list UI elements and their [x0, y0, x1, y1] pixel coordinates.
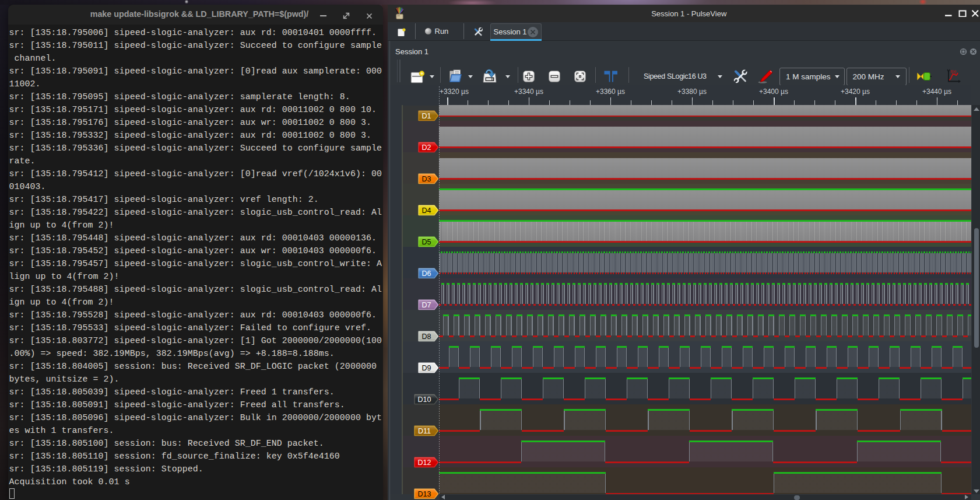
svg-text:D6: D6 [421, 270, 431, 278]
svg-text:D3: D3 [421, 175, 431, 183]
svg-text:D9: D9 [421, 364, 431, 372]
svg-text:D1: D1 [421, 112, 431, 120]
svg-text:D4: D4 [421, 207, 431, 215]
svg-text:D5: D5 [421, 238, 431, 246]
svg-text:D10: D10 [417, 396, 431, 404]
svg-text:f(x): f(x) [950, 69, 956, 74]
svg-text:D8: D8 [421, 333, 431, 341]
svg-text:D13: D13 [417, 490, 431, 498]
svg-text:D12: D12 [417, 459, 431, 467]
svg-text:D7: D7 [421, 301, 431, 309]
svg-text:D2: D2 [421, 144, 431, 152]
svg-text:D11: D11 [417, 427, 430, 435]
